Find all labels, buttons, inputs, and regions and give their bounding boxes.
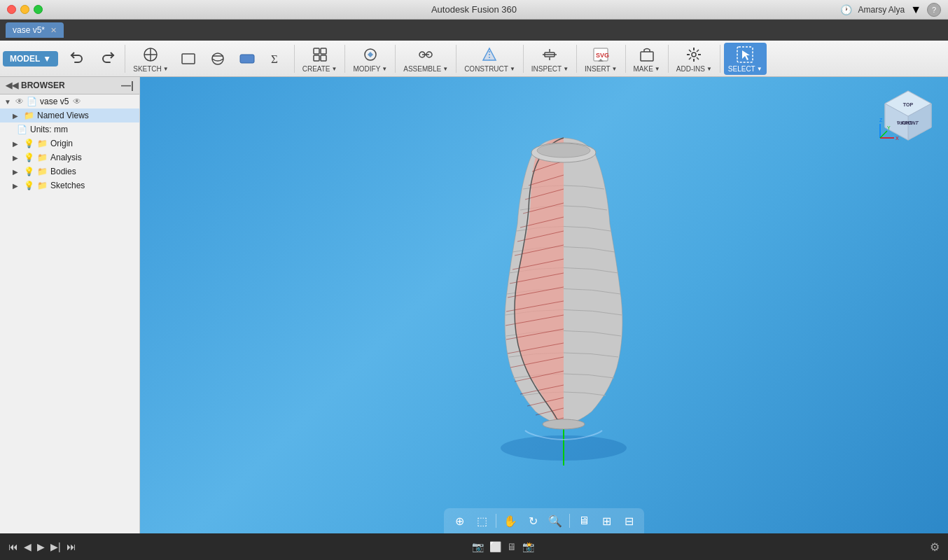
tree-units[interactable]: 📄 Units: mm: [0, 122, 139, 136]
grid-button[interactable]: ⊞: [597, 511, 616, 531]
svg-point-26: [692, 52, 696, 57]
inspect-button[interactable]: INSPECT▼: [527, 43, 573, 75]
tree-sketches[interactable]: ▶ 💡 📁 Sketches: [0, 178, 139, 192]
tree-sketches-arrow: ▶: [13, 182, 21, 190]
display-mode-button[interactable]: 🖥: [574, 511, 594, 531]
svg-point-4: [212, 53, 223, 64]
app-title: Autodesk Fusion 360: [431, 4, 517, 15]
capture-icon[interactable]: 📸: [522, 541, 534, 552]
tree-analysis-label: Analysis: [50, 153, 82, 162]
browser-collapse-icon[interactable]: ◀◀: [6, 80, 18, 90]
tree-analysis-eye[interactable]: 💡: [24, 153, 34, 162]
sketch-icon: [141, 45, 160, 64]
sketch-button[interactable]: SKETCH▼: [129, 43, 172, 75]
display-icon[interactable]: 🖥: [507, 541, 517, 552]
redo-button[interactable]: [93, 47, 121, 71]
browser-title: BROWSER: [21, 80, 65, 90]
zoom-button[interactable]: 🔍: [545, 511, 565, 531]
undo-button[interactable]: [64, 47, 92, 71]
fit-button[interactable]: ⬚: [472, 511, 492, 531]
camera-icon[interactable]: 📷: [472, 541, 484, 552]
status-icons: 📷 ⬜ 🖥 📸: [472, 541, 534, 552]
insert-button[interactable]: SVG INSERT▼: [580, 43, 621, 75]
close-button[interactable]: [7, 5, 16, 14]
svg-text:Σ: Σ: [271, 52, 278, 66]
browser-panel: ◀◀ BROWSER —| ▼ 👁 📄 vase v5 👁 ▶ 📁 Named …: [0, 77, 140, 533]
tree-origin[interactable]: ▶ 💡 📁 Origin: [0, 136, 139, 150]
browser-header-left: ◀◀ BROWSER: [6, 80, 65, 90]
tree-origin-eye[interactable]: 💡: [24, 139, 34, 148]
next-frame-button[interactable]: ▶|: [50, 541, 61, 552]
svg-rect-6: [240, 55, 254, 63]
tree-origin-label: Origin: [50, 139, 73, 148]
addins-button[interactable]: ADD-INS▼: [672, 43, 716, 75]
first-frame-button[interactable]: ⏮: [8, 541, 18, 552]
last-frame-button[interactable]: ⏭: [67, 541, 76, 552]
bt-sep1: [496, 514, 496, 528]
status-bar: ⏮ ◀ ▶ ▶| ⏭ 📷 ⬜ 🖥 📸 ⚙: [0, 533, 948, 560]
minimize-button[interactable]: [20, 5, 29, 14]
sep8: [625, 45, 626, 73]
svg-rect-3: [182, 54, 195, 64]
create-label: CREATE▼: [302, 65, 337, 73]
help-button[interactable]: ?: [927, 3, 941, 17]
playback-controls: ⏮ ◀ ▶ ▶| ⏭: [8, 541, 76, 552]
rectangle-button[interactable]: [174, 47, 202, 71]
svg-rect-9: [321, 48, 326, 54]
solid-button[interactable]: [233, 47, 261, 71]
circle-button[interactable]: [204, 47, 232, 71]
tree-root-eye[interactable]: 👁: [15, 97, 24, 106]
select-button[interactable]: SELECT▼: [724, 43, 767, 75]
svg-marker-28: [742, 50, 750, 60]
grid2-button[interactable]: ⊟: [619, 511, 639, 531]
tree-sketches-eye[interactable]: 💡: [24, 181, 34, 190]
titlebar-right: 🕐 Amarsy Alya ▼ ?: [840, 3, 941, 17]
sep3: [344, 45, 345, 73]
nav-cube[interactable]: TOP FRONT RIGHT Z X Y: [877, 85, 940, 148]
svg-point-53: [537, 144, 590, 158]
svg-rect-25: [641, 52, 653, 61]
create-button[interactable]: CREATE▼: [298, 43, 342, 75]
tree-analysis[interactable]: ▶ 💡 📁 Analysis: [0, 150, 139, 164]
3d-viewport[interactable]: TOP FRONT RIGHT Z X Y ⊕ ⬚ ✋ ↻ 🔍 🖥 ⊞ ⊟: [140, 77, 948, 533]
history-icon[interactable]: 🕐: [840, 4, 852, 15]
tree-bodies[interactable]: ▶ 💡 📁 Bodies: [0, 164, 139, 178]
svg-point-54: [543, 419, 585, 429]
modify-button[interactable]: MODIFY▼: [349, 43, 391, 75]
orbit-button[interactable]: ↻: [523, 511, 543, 531]
model-button[interactable]: MODEL ▼: [3, 51, 58, 66]
construct-button[interactable]: CONSTRUCT▼: [460, 43, 520, 75]
prev-frame-button[interactable]: ◀: [24, 541, 32, 552]
sep5: [456, 45, 456, 73]
tree-root[interactable]: ▼ 👁 📄 vase v5 👁: [0, 94, 139, 108]
tree-bodies-eye[interactable]: 💡: [24, 167, 34, 176]
3d-model: [466, 105, 662, 469]
tree-sketches-label: Sketches: [50, 181, 85, 190]
assemble-button[interactable]: ASSEMBLE▼: [399, 43, 452, 75]
tree-named-views-label: Named Views: [37, 111, 89, 120]
tab-close-icon[interactable]: ✕: [50, 26, 57, 35]
maximize-button[interactable]: [34, 5, 43, 14]
inspect-label: INSPECT▼: [531, 65, 569, 73]
play-button[interactable]: ▶: [37, 541, 45, 552]
tree-named-views[interactable]: ▶ 📁 Named Views: [0, 108, 139, 122]
settings-gear-icon[interactable]: ⚙: [930, 540, 940, 554]
construct-label: CONSTRUCT▼: [464, 65, 515, 73]
pan-button[interactable]: ✋: [501, 511, 520, 531]
viewport-bottom-toolbar: ⊕ ⬚ ✋ ↻ 🔍 🖥 ⊞ ⊟: [444, 508, 644, 533]
redo-icon: [97, 49, 117, 69]
make-button[interactable]: MAKE▼: [629, 43, 664, 75]
tree-origin-arrow: ▶: [13, 140, 21, 148]
assemble-icon: [416, 45, 435, 64]
svg-rect-10: [314, 55, 319, 61]
tree-root-label: vase v5: [40, 97, 69, 106]
solid-icon: [237, 49, 257, 69]
user-menu[interactable]: Amarsy Alya: [858, 5, 905, 15]
sigma-button[interactable]: Σ: [263, 47, 291, 71]
layout-icon[interactable]: ⬜: [489, 541, 501, 552]
snap-button[interactable]: ⊕: [449, 511, 469, 531]
document-tab[interactable]: vase v5* ✕: [6, 22, 64, 38]
svg-text:Y: Y: [887, 125, 891, 130]
make-label: MAKE▼: [634, 65, 660, 73]
browser-pin-icon[interactable]: —|: [121, 80, 134, 91]
